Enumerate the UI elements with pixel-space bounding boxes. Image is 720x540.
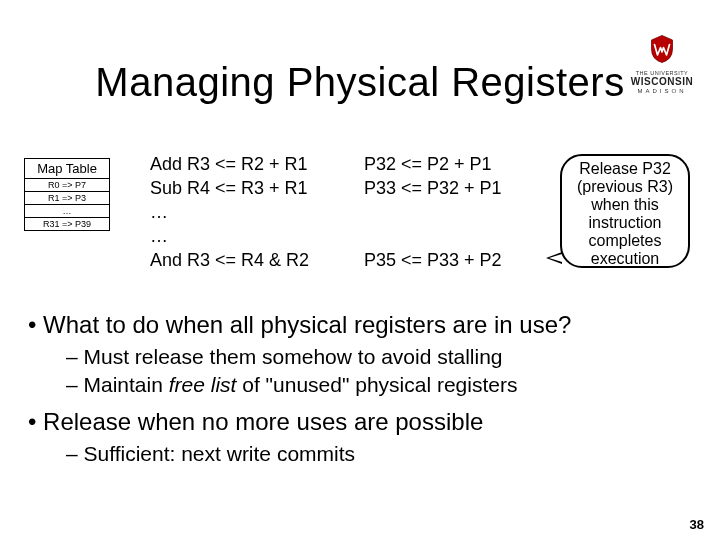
code-line <box>364 224 554 248</box>
callout-line: completes <box>562 232 688 250</box>
code-line: Add R3 <= R2 + R1 <box>150 152 360 176</box>
map-table-row: R31 => P39 <box>25 218 110 231</box>
callout-line: when this <box>562 196 688 214</box>
map-table-row: … <box>25 205 110 218</box>
map-table: Map Table R0 => P7 R1 => P3 … R31 => P39 <box>24 158 110 231</box>
code-line: P33 <= P32 + P1 <box>364 176 554 200</box>
code-line <box>364 200 554 224</box>
callout-line: instruction <box>562 214 688 232</box>
code-line: … <box>150 224 360 248</box>
slide: THE UNIVERSITY WISCONSIN MADISON Managin… <box>0 0 720 540</box>
mid-content: Map Table R0 => P7 R1 => P3 … R31 => P39… <box>24 152 696 292</box>
bullet-level-1: What to do when all physical registers a… <box>46 310 700 340</box>
code-line: Sub R4 <= R3 + R1 <box>150 176 360 200</box>
text-run: of "unused" physical registers <box>236 373 517 396</box>
bullet-level-1: Release when no more uses are possible <box>46 407 700 437</box>
code-line: … <box>150 200 360 224</box>
body-text: What to do when all physical registers a… <box>28 310 700 469</box>
code-line: P35 <= P33 + P2 <box>364 248 554 272</box>
text-run: Maintain <box>84 373 169 396</box>
bullet-level-2: Sufficient: next write commits <box>84 441 700 467</box>
callout-line: execution <box>562 250 688 268</box>
architectural-instruction-column: Add R3 <= R2 + R1 Sub R4 <= R3 + R1 … … … <box>150 152 360 272</box>
map-table-row: R1 => P3 <box>25 192 110 205</box>
callout-tail-icon <box>546 252 562 264</box>
map-table-header: Map Table <box>25 159 110 179</box>
code-line: And R3 <= R4 & R2 <box>150 248 360 272</box>
callout-line: Release P32 <box>562 160 688 178</box>
code-line: P32 <= P2 + P1 <box>364 152 554 176</box>
physical-instruction-column: P32 <= P2 + P1 P33 <= P32 + P1 P35 <= P3… <box>364 152 554 272</box>
slide-title: Managing Physical Registers <box>0 60 720 105</box>
bullet-level-2: Must release them somehow to avoid stall… <box>84 344 700 370</box>
bullet-level-2: Maintain free list of "unused" physical … <box>84 372 700 398</box>
map-table-row: R0 => P7 <box>25 179 110 192</box>
callout-line: (previous R3) <box>562 178 688 196</box>
release-callout: Release P32 (previous R3) when this inst… <box>560 154 690 268</box>
text-run-italic: free list <box>169 373 237 396</box>
page-number: 38 <box>690 517 704 532</box>
